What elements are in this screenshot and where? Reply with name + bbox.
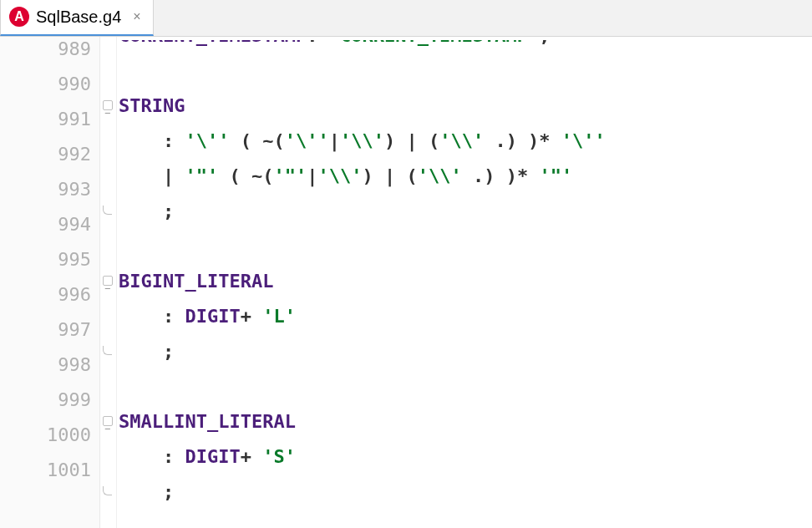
fold-spacer bbox=[100, 369, 116, 404]
line-number: 998 bbox=[0, 348, 91, 383]
token-string: '\\' bbox=[340, 130, 384, 151]
token-symbol: | bbox=[307, 165, 317, 186]
fold-collapse-icon[interactable] bbox=[100, 404, 116, 439]
fold-collapse-icon[interactable] bbox=[100, 89, 116, 124]
fold-spacer bbox=[100, 53, 116, 89]
fold-column bbox=[100, 37, 117, 528]
line-number: 996 bbox=[0, 277, 91, 312]
fold-end-icon bbox=[100, 194, 116, 229]
token-symbol: ( ~( bbox=[229, 130, 284, 151]
token-symbol: : bbox=[119, 130, 185, 151]
token-string: '\'' bbox=[561, 130, 606, 151]
token-symbol: ) | ( bbox=[384, 130, 439, 151]
editor: 9899909919929939949959969979989991000100… bbox=[0, 37, 812, 528]
code-area[interactable]: CURRENT_TIMESTAMP: 'CURRENT_TIMESTAMP';S… bbox=[117, 37, 812, 528]
token-symbol: ; bbox=[119, 201, 174, 221]
token-symbol: ; bbox=[119, 481, 174, 502]
token-string: 'L' bbox=[262, 306, 296, 327]
token-symbol: | bbox=[119, 165, 185, 186]
token-string: 'S' bbox=[262, 446, 296, 467]
code-line[interactable]: ; bbox=[119, 475, 812, 510]
code-line[interactable]: STRING bbox=[119, 89, 812, 124]
token-identifier: SMALLINT_LITERAL bbox=[119, 411, 296, 432]
fold-spacer bbox=[100, 159, 116, 194]
token-symbol: | bbox=[329, 130, 340, 151]
token-identifier: DIGIT bbox=[185, 446, 240, 467]
token-symbol: + bbox=[241, 306, 263, 327]
fold-collapse-icon[interactable] bbox=[100, 264, 116, 299]
code-line[interactable]: SMALLINT_LITERAL bbox=[119, 404, 812, 439]
code-line[interactable] bbox=[119, 53, 812, 89]
line-number: 991 bbox=[0, 102, 91, 137]
gutter: 9899909919929939949959969979989991000100… bbox=[0, 37, 100, 528]
code-line[interactable]: ; bbox=[119, 334, 812, 369]
line-number: 995 bbox=[0, 242, 91, 277]
token-string: '\'' bbox=[185, 130, 229, 151]
line-number: 1001 bbox=[0, 453, 91, 488]
code-line[interactable] bbox=[119, 369, 812, 404]
line-number: 990 bbox=[0, 67, 91, 102]
token-identifier: BIGINT_LITERAL bbox=[119, 271, 273, 292]
line-number: 994 bbox=[0, 207, 91, 242]
token-identifier: STRING bbox=[119, 95, 185, 116]
token-symbol: + bbox=[241, 446, 263, 467]
tab-bar: A SqlBase.g4 × bbox=[0, 0, 812, 37]
line-number: 992 bbox=[0, 137, 91, 172]
line-number: 1000 bbox=[0, 418, 91, 453]
fold-spacer bbox=[100, 229, 116, 264]
close-icon[interactable]: × bbox=[133, 9, 140, 24]
token-string: '"' bbox=[273, 165, 307, 186]
code-line[interactable]: BIGINT_LITERAL bbox=[119, 264, 812, 299]
token-symbol: ) | ( bbox=[362, 165, 417, 186]
token-string: '"' bbox=[539, 165, 572, 186]
token-symbol: : bbox=[119, 306, 185, 327]
token-symbol: .) )* bbox=[462, 165, 540, 186]
fold-end-icon bbox=[100, 334, 116, 369]
code-line[interactable]: : DIGIT+ 'S' bbox=[119, 439, 812, 475]
code-line[interactable]: : '\'' ( ~('\''|'\\') | ('\\' .) )* '\'' bbox=[119, 124, 812, 159]
token-string: '\\' bbox=[418, 165, 462, 186]
line-number: 993 bbox=[0, 172, 91, 207]
line-number: 989 bbox=[0, 32, 91, 67]
token-symbol: ; bbox=[119, 341, 174, 362]
token-string: '\'' bbox=[285, 130, 329, 151]
token-string: '\\' bbox=[439, 130, 484, 151]
token-string: '"' bbox=[185, 165, 218, 186]
token-identifier: DIGIT bbox=[185, 306, 240, 327]
token-string: '\\' bbox=[317, 165, 362, 186]
code-line[interactable]: : DIGIT+ 'L' bbox=[119, 299, 812, 334]
token-symbol: ( ~( bbox=[218, 165, 273, 186]
token-symbol: .) )* bbox=[484, 130, 561, 151]
token-symbol: : bbox=[119, 446, 185, 467]
code-line[interactable] bbox=[119, 229, 812, 264]
line-number: 997 bbox=[0, 312, 91, 348]
fold-end-icon bbox=[100, 475, 116, 510]
line-number: 999 bbox=[0, 383, 91, 418]
code-line[interactable]: ; bbox=[119, 194, 812, 229]
code-line[interactable]: | '"' ( ~('"'|'\\') | ('\\' .) )* '"' bbox=[119, 159, 812, 194]
